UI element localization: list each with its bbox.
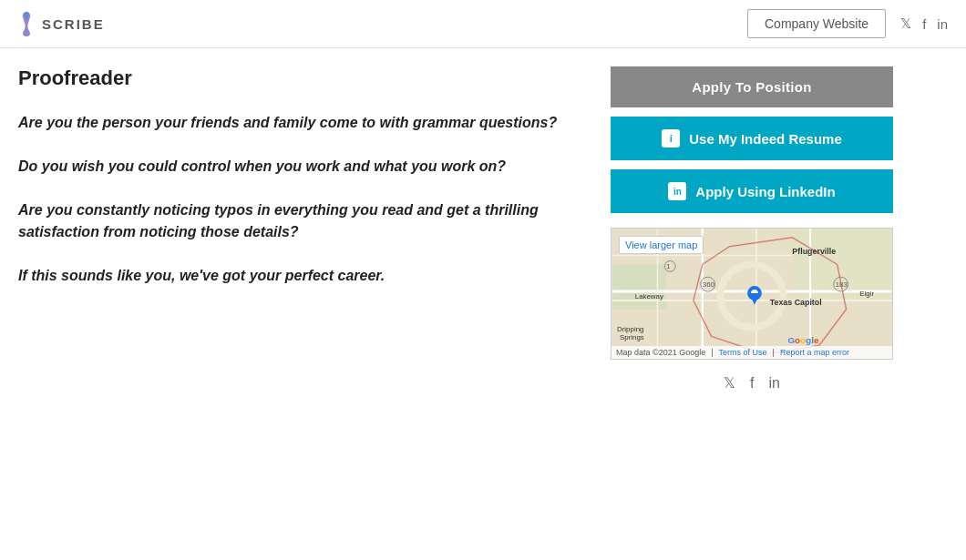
- map-background: 183 360 1 Pflugerville Lakeway Texas Cap…: [611, 229, 892, 359]
- indeed-icon: i: [662, 129, 680, 148]
- header-right: Company Website 𝕏 f in: [747, 9, 948, 38]
- svg-text:1: 1: [666, 262, 670, 270]
- map-separator2: |: [773, 348, 775, 357]
- company-website-button[interactable]: Company Website: [747, 9, 886, 38]
- twitter-icon[interactable]: 𝕏: [900, 15, 911, 32]
- bottom-twitter-icon[interactable]: 𝕏: [724, 374, 735, 392]
- logo-area: SCRIBE: [18, 10, 105, 37]
- paragraph-3: Are you constantly noticing typos in eve…: [18, 199, 583, 243]
- view-larger-map-link[interactable]: View larger map: [619, 236, 704, 254]
- bottom-facebook-icon[interactable]: f: [750, 375, 754, 392]
- map-separator: |: [711, 348, 713, 357]
- scribe-logo-icon: [18, 10, 35, 37]
- map-container: 183 360 1 Pflugerville Lakeway Texas Cap…: [611, 228, 893, 360]
- bottom-social-icons: 𝕏 f in: [611, 374, 893, 392]
- header-social-icons: 𝕏 f in: [900, 15, 948, 32]
- svg-text:Springs: Springs: [620, 333, 644, 341]
- map-attribution: Map data ©2021 Google | Terms of Use | R…: [611, 346, 892, 359]
- svg-text:360: 360: [703, 280, 715, 289]
- job-description: Are you the person your friends and fami…: [18, 112, 583, 287]
- linkedin-btn-icon: in: [668, 182, 686, 200]
- svg-text:Lakeway: Lakeway: [635, 292, 663, 300]
- svg-text:Texas Capitol: Texas Capitol: [770, 298, 822, 307]
- indeed-resume-button[interactable]: i Use My Indeed Resume: [611, 117, 893, 160]
- svg-rect-1: [612, 264, 666, 309]
- logo-text: SCRIBE: [42, 16, 105, 32]
- svg-text:183: 183: [836, 280, 848, 289]
- paragraph-1: Are you the person your friends and fami…: [18, 112, 583, 134]
- content-right: Apply To Position i Use My Indeed Resume…: [611, 66, 893, 392]
- content-left: Proofreader Are you the person your frie…: [18, 66, 583, 392]
- apply-position-button[interactable]: Apply To Position: [611, 66, 893, 107]
- indeed-label: Use My Indeed Resume: [689, 131, 842, 147]
- linkedin-label: Apply Using LinkedIn: [695, 184, 835, 199]
- job-title: Proofreader: [18, 66, 583, 90]
- svg-text:Google: Google: [787, 335, 819, 345]
- terms-of-use-link[interactable]: Terms of Use: [719, 348, 767, 357]
- main-container: Proofreader Are you the person your frie…: [0, 48, 966, 410]
- report-map-error-link[interactable]: Report a map error: [780, 348, 849, 357]
- page-header: SCRIBE Company Website 𝕏 f in: [0, 0, 966, 48]
- svg-text:Pflugerville: Pflugerville: [792, 247, 836, 256]
- facebook-icon[interactable]: f: [922, 16, 926, 32]
- paragraph-2: Do you wish you could control when you w…: [18, 156, 583, 178]
- map-data-label: Map data ©2021 Google: [616, 348, 705, 357]
- bottom-linkedin-icon[interactable]: in: [769, 375, 780, 392]
- paragraph-4: If this sounds like you, we've got your …: [18, 265, 583, 287]
- linkedin-apply-button[interactable]: in Apply Using LinkedIn: [611, 169, 893, 213]
- svg-text:Elgir: Elgir: [859, 290, 874, 298]
- svg-text:Dripping: Dripping: [617, 325, 643, 333]
- linkedin-icon[interactable]: in: [937, 16, 948, 32]
